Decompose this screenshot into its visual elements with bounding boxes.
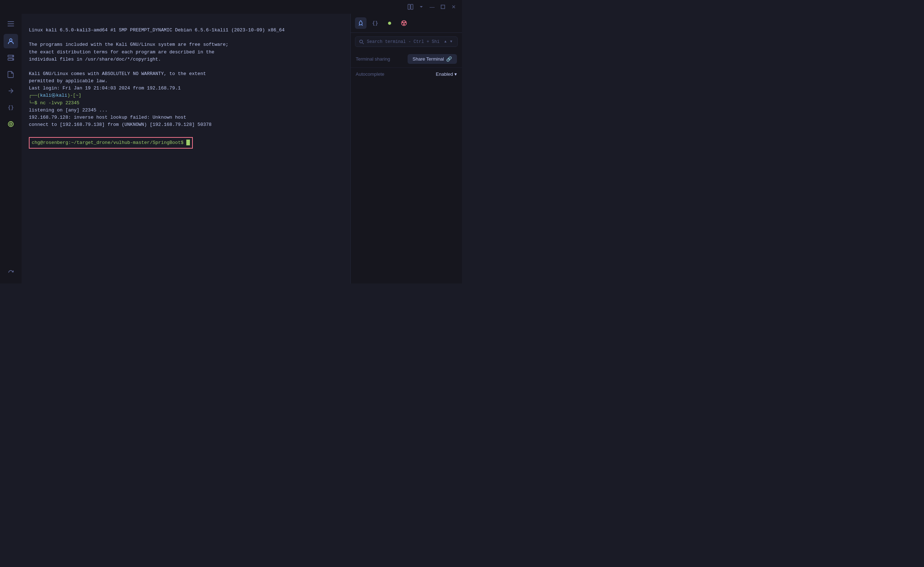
autocomplete-dropdown[interactable]: Enabled ▾ (436, 71, 457, 77)
svg-rect-3 (8, 21, 14, 22)
share-terminal-label: Share Terminal (412, 56, 444, 62)
panel-tool-code[interactable]: {} (369, 17, 381, 29)
search-input[interactable] (367, 39, 440, 44)
sidebar-item-code[interactable]: {} (4, 100, 18, 115)
sidebar-item-servers[interactable] (4, 51, 18, 65)
sidebar-item-files[interactable] (4, 67, 18, 81)
svg-rect-4 (8, 23, 14, 24)
term-line-8: permitted by applicable law. (29, 78, 107, 84)
search-bar[interactable]: ▲ ▼ (355, 36, 458, 47)
search-up-arrow[interactable]: ▲ (443, 39, 448, 44)
term-line-5: individual files in /usr/share/doc/*/cop… (29, 57, 161, 62)
panel-tool-rocket[interactable] (355, 17, 366, 29)
svg-point-6 (10, 39, 12, 42)
svg-point-12 (10, 123, 12, 125)
term-prompt1-prefix: ┌──( (29, 93, 40, 98)
panel-tool-palette[interactable] (398, 17, 410, 29)
terminal-output: Linux kali 6.5.0-kali3-amd64 #1 SMP PREE… (29, 20, 343, 135)
autocomplete-section: Autocomplete Enabled ▾ (351, 68, 462, 80)
sidebar-item-refresh[interactable] (4, 265, 18, 280)
svg-point-11 (8, 122, 14, 126)
sidebar: {} (0, 14, 22, 284)
terminal-sharing-section: Terminal sharing Share Terminal 🔗 (351, 51, 462, 68)
search-down-arrow[interactable]: ▼ (448, 39, 454, 44)
chevron-down-button[interactable] (417, 3, 425, 11)
right-panel: {} ● ▲ ▼ Terminal sha (350, 14, 462, 284)
svg-rect-5 (8, 26, 14, 26)
sidebar-item-forward[interactable] (4, 84, 18, 98)
share-terminal-button[interactable]: Share Terminal 🔗 (408, 54, 457, 64)
minimize-button[interactable]: — (428, 3, 436, 11)
autocomplete-label: Autocomplete (356, 71, 384, 77)
terminal-area[interactable]: Linux kali 6.5.0-kali3-amd64 #1 SMP PREE… (22, 14, 350, 284)
panel-tool-circle[interactable]: ● (384, 17, 395, 29)
term-line-3: The programs included with the Kali GNU/… (29, 42, 228, 47)
svg-rect-1 (411, 5, 413, 9)
svg-point-9 (13, 56, 14, 57)
term-inverse: 192.168.79.128: inverse host lookup fail… (29, 115, 186, 120)
split-pane-button[interactable] (406, 3, 414, 11)
svg-point-16 (404, 24, 405, 25)
svg-point-10 (13, 59, 14, 60)
terminal-sharing-label: Terminal sharing (356, 56, 390, 62)
svg-rect-0 (408, 5, 410, 9)
sidebar-item-extensions[interactable] (4, 117, 18, 131)
share-link-icon: 🔗 (446, 56, 452, 62)
sidebar-item-profile[interactable] (4, 34, 18, 48)
term-prompt1-suffix: )-[~] (68, 93, 81, 98)
active-prompt-box: chg@rosenberg:~/target_drone/vulhub-mast… (29, 137, 193, 149)
term-line-4: the exact distribution terms for each pr… (29, 50, 214, 55)
close-button[interactable]: ✕ (450, 3, 458, 11)
search-arrows: ▲ ▼ (443, 39, 454, 44)
term-prompt1-cmd: └─$ nc -lvvp 22345 (29, 100, 79, 106)
restore-button[interactable] (439, 3, 447, 11)
titlebar: — ✕ (0, 0, 462, 14)
search-icon (359, 39, 364, 44)
autocomplete-value: Enabled (436, 71, 453, 77)
term-line-1: Linux kali 6.5.0-kali3-amd64 #1 SMP PREE… (29, 27, 285, 33)
svg-point-15 (405, 22, 406, 23)
svg-point-17 (360, 40, 363, 43)
dropdown-chevron-icon: ▾ (454, 71, 457, 77)
panel-toolbar: {} ● (351, 14, 462, 33)
main-layout: {} Linux kali 6.5.0-kali3-amd64 #1 SMP P… (0, 14, 462, 284)
term-prompt2: chg@rosenberg:~/target_drone/vulhub-mast… (32, 140, 186, 145)
cursor (186, 140, 190, 145)
term-line-9: Last login: Fri Jan 19 21:04:03 2024 fro… (29, 86, 180, 91)
term-connect: connect to [192.168.79.138] from (UNKNOW… (29, 122, 212, 127)
svg-rect-2 (441, 5, 445, 9)
svg-point-14 (402, 22, 404, 23)
term-listening: listening on [any] 22345 ... (29, 107, 107, 113)
term-line-7: Kali GNU/Linux comes with ABSOLUTELY NO … (29, 71, 206, 77)
sidebar-menu-button[interactable] (4, 17, 18, 30)
term-prompt1-user: kali㉿kali (40, 93, 67, 98)
